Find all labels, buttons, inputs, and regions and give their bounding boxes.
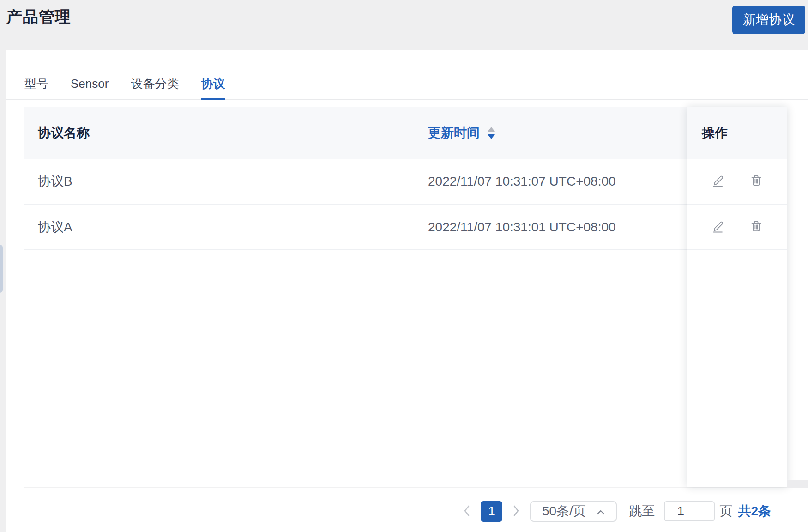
- column-header-operations: 操作: [687, 107, 787, 159]
- column-header-protocol-name: 协议名称: [24, 124, 428, 142]
- edit-button[interactable]: [712, 174, 725, 189]
- trash-icon: [749, 174, 763, 189]
- table-row: 协议B 2022/11/07 10:31:07 UTC+08:00: [24, 159, 787, 205]
- chevron-left-icon: [463, 504, 471, 519]
- operations-row: [687, 159, 787, 205]
- chevron-up-icon: [596, 504, 605, 519]
- edit-button[interactable]: [712, 219, 725, 235]
- add-protocol-button[interactable]: 新增协议: [732, 6, 805, 34]
- protocol-table: 协议名称 更新时间 协议B 2022/11/07 10:31:07 UTC+08…: [24, 107, 787, 488]
- sort-caret-icon: [486, 126, 496, 140]
- tab-bar: 型号 Sensor 设备分类 协议: [6, 50, 808, 100]
- tab-sensor[interactable]: Sensor: [71, 50, 109, 99]
- pagination-bar: 1 50条/页 跳至 页 共2条: [461, 501, 771, 522]
- jump-page-input[interactable]: [664, 501, 715, 521]
- delete-button[interactable]: [749, 219, 763, 235]
- pencil-icon: [712, 174, 725, 189]
- cell-protocol-name: 协议A: [24, 218, 428, 236]
- fixed-operations-column: 操作: [687, 107, 787, 487]
- page-size-select[interactable]: 50条/页: [530, 501, 617, 522]
- column-header-updated-time-label: 更新时间: [428, 124, 480, 142]
- delete-button[interactable]: [749, 174, 763, 189]
- sidebar-drawer-handle[interactable]: [0, 245, 3, 293]
- page-unit-label: 页: [719, 502, 732, 520]
- cell-protocol-name: 协议B: [24, 173, 428, 190]
- horizontal-scrollbar-track[interactable]: [787, 480, 808, 488]
- jump-to-label: 跳至: [629, 502, 655, 520]
- pencil-icon: [712, 219, 725, 235]
- previous-page-button[interactable]: [461, 504, 473, 519]
- total-count-label: 共2条: [738, 502, 771, 520]
- cell-updated-time: 2022/11/07 10:31:07 UTC+08:00: [428, 174, 616, 189]
- operations-row: [687, 205, 787, 250]
- table-row: 协议A 2022/11/07 10:31:01 UTC+08:00: [24, 205, 787, 250]
- next-page-button[interactable]: [510, 504, 522, 519]
- page-title: 产品管理: [6, 6, 71, 28]
- column-header-updated-time-sort[interactable]: 更新时间: [428, 124, 496, 142]
- table-header-row: 协议名称 更新时间: [24, 107, 787, 159]
- tab-device-category[interactable]: 设备分类: [131, 50, 179, 99]
- tab-protocol[interactable]: 协议: [201, 50, 225, 99]
- chevron-right-icon: [512, 504, 520, 519]
- tab-model[interactable]: 型号: [24, 50, 48, 99]
- cell-updated-time: 2022/11/07 10:31:01 UTC+08:00: [428, 220, 616, 235]
- page-size-value: 50条/页: [542, 502, 586, 520]
- trash-icon: [749, 219, 763, 235]
- page-number-button[interactable]: 1: [481, 501, 502, 522]
- content-card: 型号 Sensor 设备分类 协议 协议名称 更新时间 协议B 2022/11/…: [6, 50, 808, 532]
